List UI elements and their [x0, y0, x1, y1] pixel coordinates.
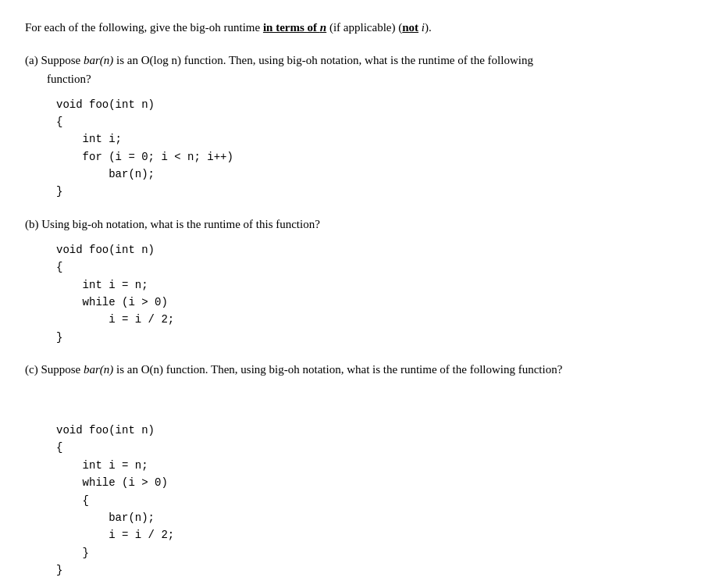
question-label-c: (c) Suppose bar(n) is an O(n) function. …	[25, 360, 680, 379]
part-label-c: (c)	[25, 363, 41, 376]
question-block-c: (c) Suppose bar(n) is an O(n) function. …	[25, 360, 680, 579]
question-text-c: Suppose bar(n) is an O(n) function. Then…	[41, 363, 562, 376]
intro-before: For each of the following, give the big-…	[25, 21, 263, 34]
code-block-b: void foo(int n) { int i = n; while (i > …	[56, 241, 680, 346]
question-text-a-cont: function?	[25, 69, 680, 88]
part-label-a: (a)	[25, 54, 41, 66]
question-block-a: (a) Suppose bar(n) is an O(log n) functi…	[25, 51, 680, 201]
code-block-a: void foo(int n) { int i; for (i = 0; i <…	[56, 96, 680, 201]
question-text-b: Using big-oh notation, what is the runti…	[41, 218, 320, 230]
question-label-b: (b) Using big-oh notation, what is the r…	[25, 215, 680, 233]
code-block-c: void foo(int n) { int i = n; while (i > …	[56, 387, 680, 579]
question-label-a: (a) Suppose bar(n) is an O(log n) functi…	[25, 51, 680, 88]
part-label-b: (b)	[25, 218, 41, 230]
intro-end: ).	[425, 21, 432, 34]
intro-text: For each of the following, give the big-…	[25, 19, 680, 37]
intro-i: i	[418, 21, 425, 34]
question-block-b: (b) Using big-oh notation, what is the r…	[25, 215, 680, 346]
intro-underline-bold: in terms of n	[263, 21, 326, 34]
question-text-a: Suppose bar(n) is an O(log n) function. …	[41, 54, 532, 66]
intro-not: not	[402, 21, 418, 34]
intro-middle: (if applicable) (	[326, 21, 402, 34]
